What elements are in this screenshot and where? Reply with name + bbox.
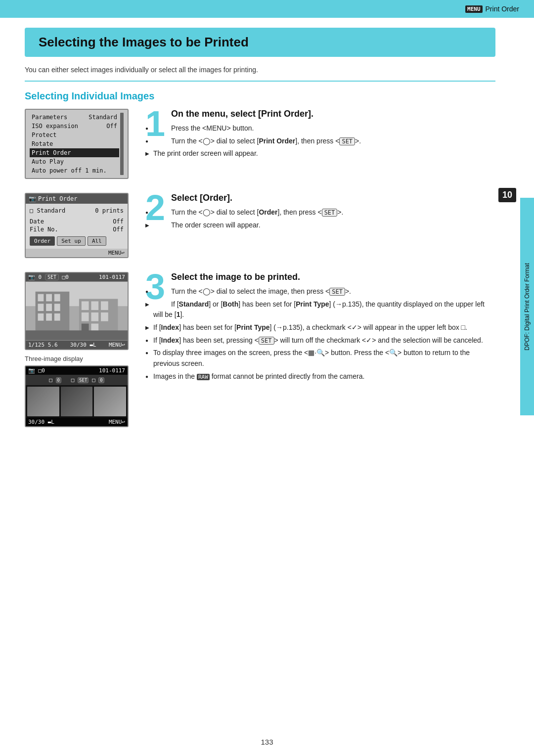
- menu-badge: MENU: [465, 5, 483, 13]
- top-bar-label: MENU Print Order: [465, 5, 519, 13]
- step-1-area: ParametersStandard ISO expansionOff Prot…: [25, 109, 495, 184]
- svg-rect-11: [54, 313, 60, 321]
- image-bottom-right: MENU↩: [109, 342, 125, 348]
- svg-rect-16: [82, 312, 89, 321]
- image-bottom-left: 1/125 5.6: [28, 342, 58, 348]
- svg-rect-14: [91, 301, 98, 310]
- svg-rect-5: [54, 294, 60, 302]
- menu-row-protect: Protect: [30, 131, 119, 139]
- svg-rect-3: [38, 294, 44, 302]
- step-2-area: 📷 Print Order □ Standard0 prints DateOff…: [25, 193, 495, 263]
- print-order-screen: 📷 Print Order □ Standard0 prints DateOff…: [25, 193, 129, 258]
- step-3-instr-4: If [Index] has been set, pressing <SET> …: [145, 335, 495, 346]
- step-3-instructions: 3 Select the image to be printed. Turn t…: [145, 272, 495, 384]
- top-bar: MENU Print Order: [0, 0, 534, 18]
- image-bottom-center: 30/30 ▬L: [70, 342, 96, 348]
- svg-rect-9: [38, 313, 44, 321]
- step-3-screenshots: 📷 0 SET □0 101-0117: [25, 272, 134, 432]
- three-image-caption: Three-image display: [25, 355, 134, 362]
- po-fileno-row: File No.Off: [30, 225, 124, 233]
- thumb-3: [94, 387, 126, 416]
- page-title-box: Selecting the Images to be Printed: [25, 28, 495, 57]
- step-1-instruction-1: Press the <MENU> button.: [145, 123, 495, 134]
- three-bottom-right: MENU↩: [109, 419, 125, 425]
- step-3-body: Turn the <◯> dial to select the image, t…: [145, 286, 495, 382]
- step-3-instr-3: If [Index] has been set for [Print Type]…: [145, 322, 495, 333]
- po-btn-order[interactable]: Order: [30, 236, 55, 246]
- step-2-body: Turn the <◯> dial to select [Order], the…: [145, 207, 495, 230]
- page-number: 133: [261, 738, 273, 746]
- step-2-instructions: 2 Select [Order]. Turn the <◯> dial to s…: [145, 193, 495, 232]
- step-1-instruction-3: The print order screen will appear.: [145, 148, 495, 159]
- three-images: [26, 385, 128, 418]
- menu-row-autoplay: Auto Play: [30, 157, 119, 166]
- three-top-left: 📷 □0: [28, 367, 45, 374]
- step-1-title: On the menu, select [Print Order].: [145, 109, 495, 119]
- thumb-1: [27, 387, 59, 416]
- po-date-row: DateOff: [30, 218, 124, 225]
- step-2-instruction-2: The order screen will appear.: [145, 220, 495, 231]
- scroll-bar: [120, 113, 124, 175]
- svg-rect-4: [46, 294, 52, 302]
- three-icon-row: □ 0 □ SET □ 0: [26, 375, 128, 385]
- step-3-area: 📷 0 SET □0 101-0117: [25, 272, 495, 432]
- side-tab-text: DPOF: Digital Print Order Format: [524, 263, 531, 351]
- three-bottom-bar: 30/30 ▬L MENU↩: [26, 418, 128, 426]
- header-label: Print Order: [486, 5, 519, 13]
- step-1-instructions: 1 On the menu, select [Print Order]. Pre…: [145, 109, 495, 161]
- image-screen: 📷 0 SET □0 101-0117: [25, 272, 129, 350]
- menu-screen: ParametersStandard ISO expansionOff Prot…: [25, 109, 129, 179]
- image-top-right: 101-0117: [99, 274, 125, 280]
- three-top-right: 101-0117: [99, 367, 125, 374]
- menu-row-autopower: Auto power off 1 min.: [30, 166, 119, 175]
- po-header-label: Print Order: [38, 195, 77, 202]
- image-screen-top-bar: 📷 0 SET □0 101-0117: [26, 273, 128, 281]
- menu-row-parameters: ParametersStandard: [30, 113, 119, 122]
- svg-rect-10: [46, 313, 52, 321]
- page-title: Selecting the Images to be Printed: [39, 35, 249, 49]
- image-screen-bottom-bar: 1/125 5.6 30/30 ▬L MENU↩: [26, 341, 128, 349]
- divider: [25, 81, 495, 82]
- step-3-instr-1: Turn the <◯> dial to select the image, t…: [145, 286, 495, 297]
- step-3-title: Select the image to be printed.: [145, 272, 495, 282]
- main-content: Selecting the Images to be Printed You c…: [0, 18, 520, 451]
- po-header: 📷 Print Order: [26, 194, 128, 204]
- step-1-body: Press the <MENU> button. Turn the <◯> di…: [145, 123, 495, 159]
- step-3-instr-2: If [Standard] or [Both] has been set for…: [145, 299, 495, 320]
- svg-rect-13: [82, 301, 89, 310]
- section-heading: Selecting Individual Images: [25, 90, 495, 102]
- svg-rect-21: [26, 330, 128, 340]
- step-2-instruction-1: Turn the <◯> dial to select [Order], the…: [145, 207, 495, 218]
- po-btn-all[interactable]: All: [88, 236, 106, 246]
- po-standard-row: □ Standard0 prints: [30, 207, 124, 215]
- svg-rect-7: [46, 304, 52, 311]
- po-btn-setup[interactable]: Set up: [57, 236, 86, 246]
- menu-row-printorder: Print Order: [30, 148, 119, 157]
- step-3-instr-6: Images in the RAW format cannot be print…: [145, 371, 495, 382]
- three-image-screen: 📷 □0 101-0117 □ 0 □ SET □ 0 30/30 ▬L MEN…: [25, 365, 129, 427]
- subtitle: You can either select images individuall…: [25, 66, 495, 74]
- step-2-screenshot: 📷 Print Order □ Standard0 prints DateOff…: [25, 193, 134, 263]
- side-tab: DPOF: Digital Print Order Format: [520, 198, 534, 415]
- svg-rect-6: [38, 304, 44, 311]
- po-buttons: Order Set up All: [30, 236, 124, 246]
- menu-row-iso: ISO expansionOff: [30, 122, 119, 131]
- po-body: □ Standard0 prints DateOff File No.Off O…: [26, 204, 128, 249]
- po-footer: MENU↩: [26, 249, 128, 257]
- svg-rect-8: [54, 304, 60, 311]
- image-top-left: 📷 0 SET □0: [28, 274, 69, 280]
- step-1-instruction-2: Turn the <◯> dial to select [Print Order…: [145, 136, 495, 147]
- svg-rect-18: [101, 312, 108, 321]
- chapter-number: 10: [498, 188, 516, 202]
- three-bottom-left: 30/30 ▬L: [28, 419, 54, 425]
- svg-rect-17: [91, 312, 98, 321]
- menu-row-rotate: Rotate: [30, 139, 119, 148]
- thumb-2: [61, 387, 93, 416]
- svg-rect-15: [101, 301, 108, 310]
- three-top-bar: 📷 □0 101-0117: [26, 366, 128, 375]
- step-3-instr-5: To display three images on the screen, p…: [145, 348, 495, 369]
- step-1-screenshot: ParametersStandard ISO expansionOff Prot…: [25, 109, 134, 184]
- step-2-title: Select [Order].: [145, 193, 495, 203]
- building-image: [26, 281, 128, 341]
